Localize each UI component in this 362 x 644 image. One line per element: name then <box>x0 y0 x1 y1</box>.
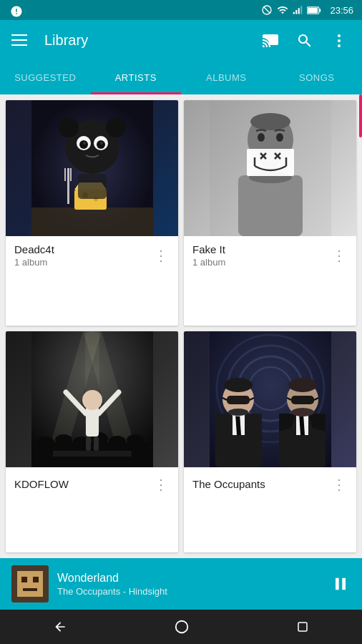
recents-button[interactable] <box>279 615 326 639</box>
svg-rect-8 <box>308 8 318 13</box>
svg-point-34 <box>250 113 290 130</box>
home-button[interactable] <box>157 613 207 640</box>
svg-rect-98 <box>298 623 307 631</box>
tab-songs[interactable]: SONGS <box>272 60 363 94</box>
artist-card-kdoflow[interactable]: KDOFLOW ⋮ <box>6 331 178 552</box>
deadc4t-more-icon[interactable]: ⋮ <box>151 245 171 265</box>
kdoflow-more-icon[interactable]: ⋮ <box>151 474 171 494</box>
now-playing-bar[interactable]: Wonderland The Occupants - Hindsight <box>0 558 362 610</box>
svg-point-54 <box>109 436 126 447</box>
svg-point-23 <box>59 117 79 137</box>
svg-line-1 <box>264 6 270 13</box>
page-title: Library <box>44 32 248 49</box>
svg-point-39 <box>276 133 283 142</box>
svg-point-97 <box>176 621 188 633</box>
svg-point-74 <box>224 378 253 392</box>
svg-rect-20 <box>67 168 69 181</box>
svg-rect-7 <box>320 9 321 12</box>
artist-card-occupants[interactable]: The Occupants ⋮ <box>184 331 356 552</box>
scrollbar-track <box>358 94 362 374</box>
svg-point-85 <box>288 378 317 392</box>
svg-rect-19 <box>64 168 66 181</box>
status-bar-left-icons <box>10 4 23 18</box>
svg-rect-93 <box>33 577 39 582</box>
fakeit-albums: 1 album <box>192 257 225 268</box>
svg-rect-61 <box>94 436 99 451</box>
artist-card-fakeit[interactable]: Fake It 1 album ⋮ <box>184 100 356 326</box>
svg-point-59 <box>82 390 102 410</box>
svg-rect-95 <box>17 588 21 594</box>
occupants-more-icon[interactable]: ⋮ <box>329 474 349 494</box>
svg-rect-36 <box>238 175 303 236</box>
navigation-bar <box>0 610 362 644</box>
artist-card-deadc4t[interactable]: Deadc4t 1 album ⋮ <box>6 100 178 326</box>
status-time: 23:56 <box>330 5 353 16</box>
now-playing-info: Wonderland The Occupants - Hindsight <box>57 572 322 597</box>
deadc4t-albums: 1 album <box>14 257 54 268</box>
svg-point-29 <box>83 142 86 145</box>
svg-point-50 <box>37 436 54 448</box>
svg-rect-60 <box>86 436 91 451</box>
artists-grid: Deadc4t 1 album ⋮ <box>0 94 362 558</box>
svg-rect-3 <box>296 10 298 14</box>
svg-rect-2 <box>293 12 295 14</box>
svg-rect-86 <box>291 396 314 404</box>
occupants-info: The Occupants ⋮ <box>184 467 356 502</box>
svg-rect-31 <box>78 174 107 199</box>
fakeit-info: Fake It 1 album ⋮ <box>184 236 356 275</box>
svg-rect-96 <box>39 588 43 594</box>
now-playing-subtitle: The Occupants - Hindsight <box>57 586 322 597</box>
tab-suggested[interactable]: SUGGESTED <box>0 60 91 94</box>
status-bar: 23:56 <box>0 0 362 20</box>
svg-point-55 <box>127 434 144 446</box>
svg-point-24 <box>106 117 126 137</box>
tab-artists[interactable]: ARTISTS <box>91 60 182 94</box>
deadc4t-name: Deadc4t <box>14 243 54 255</box>
deadc4t-info: Deadc4t 1 album ⋮ <box>6 236 178 275</box>
cast-icon[interactable] <box>259 28 282 52</box>
now-playing-album-art <box>11 565 49 602</box>
kdoflow-name: KDOFLOW <box>14 478 69 490</box>
tabs-bar: SUGGESTED ARTISTS ALBUMS SONGS <box>0 60 362 94</box>
svg-rect-62 <box>53 451 132 457</box>
svg-point-78 <box>228 409 248 416</box>
svg-point-11 <box>338 44 341 47</box>
tab-albums[interactable]: ALBUMS <box>181 60 272 94</box>
svg-point-38 <box>258 133 265 142</box>
svg-point-89 <box>291 408 314 416</box>
occupants-image <box>184 331 356 467</box>
fakeit-more-icon[interactable]: ⋮ <box>329 245 349 265</box>
status-icons <box>261 4 321 16</box>
fakeit-name: Fake It <box>192 243 225 255</box>
hamburger-menu-icon[interactable] <box>11 34 27 46</box>
pause-button[interactable] <box>331 574 351 594</box>
svg-rect-4 <box>298 8 300 14</box>
svg-point-30 <box>100 142 103 145</box>
svg-rect-13 <box>31 208 153 236</box>
search-icon[interactable] <box>293 28 316 52</box>
svg-rect-56 <box>86 406 99 436</box>
svg-rect-5 <box>301 6 303 14</box>
scrollbar-thumb[interactable] <box>359 94 362 137</box>
svg-point-27 <box>79 140 88 149</box>
fakeit-image <box>184 100 356 236</box>
deadc4t-image <box>6 100 178 236</box>
toolbar: Library <box>0 20 362 60</box>
occupants-name: The Occupants <box>192 478 265 490</box>
more-options-icon[interactable] <box>328 28 351 52</box>
svg-point-28 <box>97 140 105 149</box>
svg-rect-92 <box>21 577 27 582</box>
kdoflow-info: KDOFLOW ⋮ <box>6 467 178 502</box>
now-playing-title: Wonderland <box>57 572 322 585</box>
svg-point-10 <box>338 39 341 42</box>
svg-point-9 <box>338 34 341 37</box>
svg-rect-21 <box>70 168 72 181</box>
svg-rect-94 <box>23 588 37 591</box>
kdoflow-image <box>6 331 178 467</box>
svg-rect-75 <box>227 396 250 404</box>
back-button[interactable] <box>36 614 84 640</box>
svg-point-51 <box>55 434 72 446</box>
